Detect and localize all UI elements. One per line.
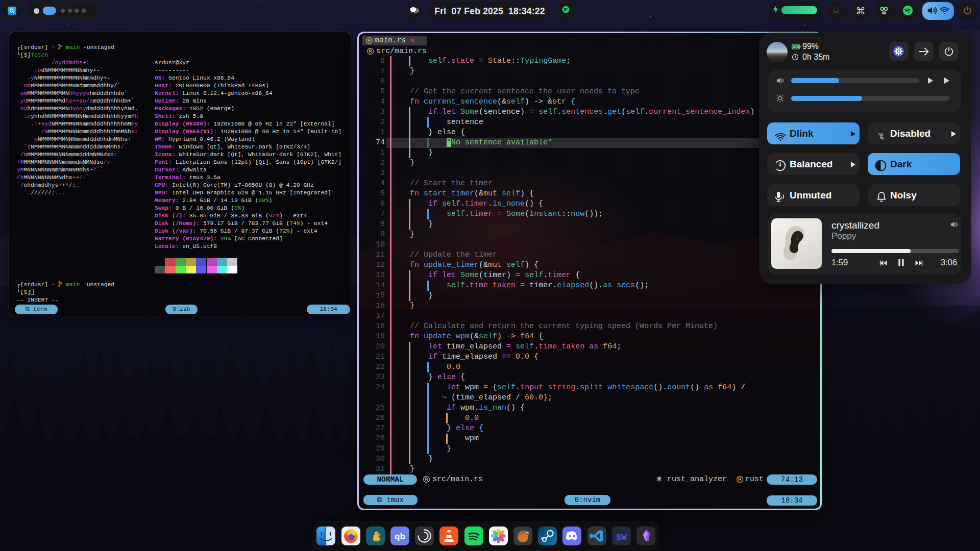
- svg-text:qb: qb: [395, 532, 405, 541]
- svg-text:$W: $W: [616, 533, 627, 542]
